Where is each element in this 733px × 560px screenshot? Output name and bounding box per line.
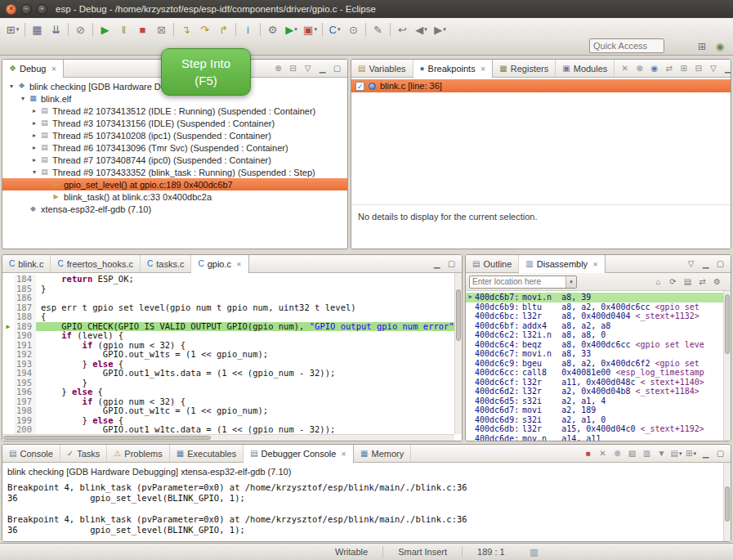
disassembly-row[interactable]: 400dc6cf:l32r a11, 0x400d048c <_stext+11… xyxy=(466,378,731,388)
tab-disassembly[interactable]: ▥Disassembly✕ xyxy=(519,255,606,273)
tab-modules[interactable]: ▣Modules xyxy=(556,60,615,77)
tab-freertos-hooks-c[interactable]: Cfreertos_hooks.c xyxy=(51,255,141,272)
tab-tasks-c[interactable]: Ctasks.c xyxy=(141,255,191,272)
debug-tree-row[interactable]: ▸Thread #3 1073413156 (IDLE) (Suspended … xyxy=(2,117,347,129)
disassembly-row[interactable]: 400dc6d7:movi a2, 189 xyxy=(466,405,731,415)
new-wizard-button[interactable]: ⊞ xyxy=(3,20,22,38)
code-line[interactable]: 188{ xyxy=(2,312,462,322)
view-menu-button[interactable]: ▽ xyxy=(301,61,315,75)
window-close-button[interactable]: ✕ xyxy=(6,4,16,15)
close-icon[interactable]: ✕ xyxy=(51,65,56,73)
maximize-button[interactable]: ▢ xyxy=(713,257,727,271)
expand-all-button[interactable]: ⊞ xyxy=(677,61,691,75)
debug-tree-row[interactable]: xtensa-esp32-elf-gdb (7.10) xyxy=(2,203,347,215)
quick-access-input[interactable] xyxy=(593,41,660,51)
tab-tasks[interactable]: ✓Tasks xyxy=(60,445,108,462)
tab-registers[interactable]: ▦Registers xyxy=(493,60,556,77)
tab-outline[interactable]: ▤Outline xyxy=(466,255,519,272)
tab-debugger-console[interactable]: ▤Debugger Console✕ xyxy=(244,445,354,463)
progress-indicator-icon[interactable]: ▥ xyxy=(528,546,540,558)
external-tools-button[interactable]: ▣ xyxy=(301,20,320,38)
code-line[interactable]: 187esp_err_t gpio_set_level(gpio_num_t g… xyxy=(2,303,462,313)
chevron-right-icon[interactable]: ▸ xyxy=(29,132,39,139)
chevron-down-icon[interactable]: ▾ xyxy=(29,168,39,176)
chevron-down-icon[interactable]: ▾ xyxy=(565,276,576,288)
step-over-button[interactable]: ↷ xyxy=(195,20,214,38)
open-console-button[interactable]: ⊞ xyxy=(684,446,698,460)
new-c-element-button[interactable]: C xyxy=(325,20,344,38)
step-return-button[interactable]: ↱ xyxy=(214,20,233,38)
maximize-button[interactable]: ▢ xyxy=(330,61,344,75)
code-line[interactable]: 195 } xyxy=(2,379,462,388)
window-minimize-button[interactable]: − xyxy=(21,4,32,15)
disassembly-row[interactable]: 400dc6bf:addx4 a8, a2, a8 xyxy=(466,321,731,331)
scroll-lock-button[interactable]: ▥ xyxy=(640,446,654,460)
clear-console-button[interactable]: ▧ xyxy=(625,446,639,460)
open-perspective-button[interactable]: ⊞ xyxy=(694,38,710,54)
display-selected-console-button[interactable]: ▤ xyxy=(669,446,683,460)
chevron-down-icon[interactable]: ▾ xyxy=(18,95,28,102)
code-line[interactable]: 185} xyxy=(2,284,462,294)
maximize-button[interactable]: ▢ xyxy=(445,257,458,271)
minimize-button[interactable]: ▁ xyxy=(315,61,329,75)
location-input[interactable] xyxy=(470,277,565,286)
tab-debug[interactable]: ❖ Debug ✕ xyxy=(2,60,64,78)
disassembly-row[interactable]: 400dc6c4:beqz a8, 0x400dc6cc <gpio_set_l… xyxy=(466,340,731,350)
remove-all-terminated-button[interactable]: ⊗ xyxy=(271,61,285,75)
show-source-button[interactable]: ▤ xyxy=(681,275,695,289)
back-button[interactable]: ◀ xyxy=(412,20,431,38)
chevron-right-icon[interactable]: ▸ xyxy=(29,156,39,164)
tab-gpio-c[interactable]: Cgpio.c✕ xyxy=(191,255,248,273)
scrollbar-thumb[interactable] xyxy=(456,289,461,341)
quick-access-box[interactable] xyxy=(589,38,664,53)
code-line[interactable]: 196 } else { xyxy=(2,388,462,397)
home-button[interactable]: ⌂ xyxy=(651,275,665,289)
disassembly-row[interactable]: 400dc6c2:l32i.n a8, a8, 0 xyxy=(466,330,731,340)
skip-all-breakpoints-button[interactable]: ⊘ xyxy=(71,20,90,38)
view-menu-button[interactable]: ▽ xyxy=(706,61,720,75)
code-line[interactable]: 191 if (gpio_num < 32) { xyxy=(2,341,462,351)
terminate-button[interactable]: ■ xyxy=(133,20,152,38)
tab-variables[interactable]: ▤Variables xyxy=(351,60,413,77)
tab-blink-c[interactable]: Cblink.c xyxy=(2,255,51,272)
console-vertical-scrollbar[interactable] xyxy=(723,463,731,541)
editor-body[interactable]: 184 return ESP_OK;185}186187esp_err_t gp… xyxy=(2,273,462,441)
pin-console-button[interactable]: ▼ xyxy=(655,446,668,460)
tab-memory[interactable]: ▦Memory xyxy=(354,445,411,462)
chevron-down-icon[interactable]: ▾ xyxy=(7,83,16,90)
debug-tree-row[interactable]: ▸Thread #6 1073413096 (Tmr Svc) (Suspend… xyxy=(2,141,347,154)
disassembly-row[interactable]: 400dc6bc:l32r a8, 0x400d0404 <_stext+113… xyxy=(466,311,731,321)
close-icon[interactable]: ✕ xyxy=(592,261,598,268)
code-line[interactable]: 193 } else { xyxy=(2,360,462,370)
remove-breakpoint-button[interactable]: ✕ xyxy=(618,61,632,75)
disassembly-row[interactable]: 400dc6d5:s32i a2, a1, 4 xyxy=(466,396,731,406)
refresh-button[interactable]: ⟳ xyxy=(666,275,680,289)
code-line[interactable]: 194 GPIO.out1_w1ts.data = (1 << (gpio_nu… xyxy=(2,369,462,379)
disconnect-button[interactable]: ⊠ xyxy=(152,20,171,38)
collapse-all-button[interactable]: ⊟ xyxy=(286,61,300,75)
annotations-button[interactable]: ✎ xyxy=(369,20,387,38)
remove-launch-button[interactable]: ✕ xyxy=(596,446,610,460)
chevron-right-icon[interactable]: ▸ xyxy=(29,119,39,127)
disassembly-row[interactable]: ▶400dc6b7:movi.n a8, 39 xyxy=(466,293,731,302)
disassembly-row[interactable]: 400dc6db:l32r a15, 0x400d04c0 <_stext+11… xyxy=(466,424,731,434)
remove-all-launches-button[interactable]: ⊗ xyxy=(610,446,624,460)
breakpoint-checkbox[interactable]: ✓ xyxy=(355,82,364,91)
code-line[interactable]: 198 GPIO.out_w1tc = (1 << gpio_num); xyxy=(2,406,462,416)
breakpoint-item[interactable]: ✓blink.c [line: 36] xyxy=(351,79,731,92)
tab-problems[interactable]: ⚠Problems xyxy=(107,445,169,462)
minimize-button[interactable]: ▁ xyxy=(699,446,713,460)
disassembly-row[interactable]: 400dc6c7:movi.n a8, 33 xyxy=(466,349,731,359)
link-with-debug-view-button[interactable]: ⇄ xyxy=(662,61,676,75)
disassembly-row[interactable]: 400dc6b9:bltu a8, a2, 0x400dc6cc <gpio_s… xyxy=(466,302,731,312)
debug-tree-row[interactable]: ▸Thread #5 1073410208 (ipc1) (Suspended … xyxy=(2,129,347,141)
disassembly-row[interactable]: 400dc6de:mov.n a14, a11 xyxy=(466,434,731,441)
debug-tree-row[interactable]: ▸Thread #7 1073408744 (ipc0) (Suspended … xyxy=(2,154,347,166)
step-into-button[interactable]: ↴ xyxy=(177,20,195,38)
minimize-button[interactable]: ▁ xyxy=(721,61,731,75)
scrollbar-thumb[interactable] xyxy=(3,436,211,440)
code-line[interactable]: 190 if (level) { xyxy=(2,331,462,341)
console-body[interactable]: blink checking [GDB Hardware Debugging] … xyxy=(2,463,731,541)
disassembly-body[interactable]: ▶400dc6b7:movi.n a8, 39400dc6b9:bltu a8,… xyxy=(466,291,731,441)
show-breakpoints-supported-button[interactable]: ◉ xyxy=(647,61,661,75)
